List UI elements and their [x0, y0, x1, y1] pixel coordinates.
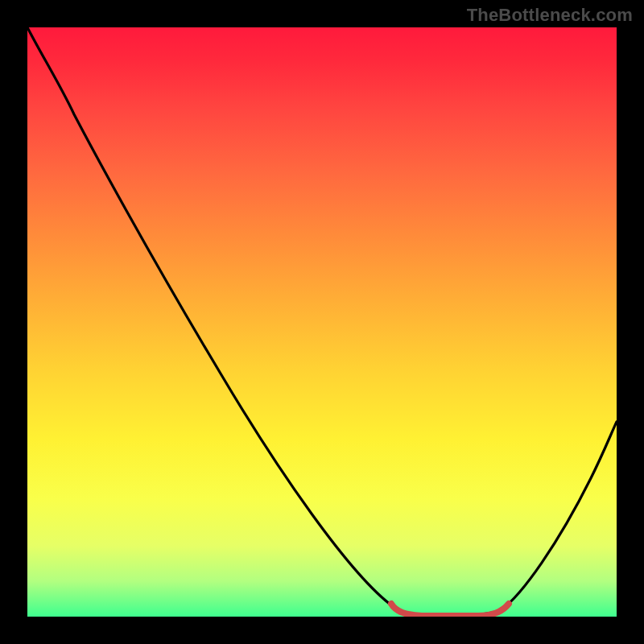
- plot-area: [27, 27, 617, 617]
- watermark-text: TheBottleneck.com: [467, 5, 633, 26]
- bottleneck-curve-svg: [27, 27, 617, 617]
- optimal-range-marker: [391, 604, 509, 616]
- chart-frame: TheBottleneck.com: [0, 0, 644, 644]
- bottleneck-curve: [27, 27, 617, 616]
